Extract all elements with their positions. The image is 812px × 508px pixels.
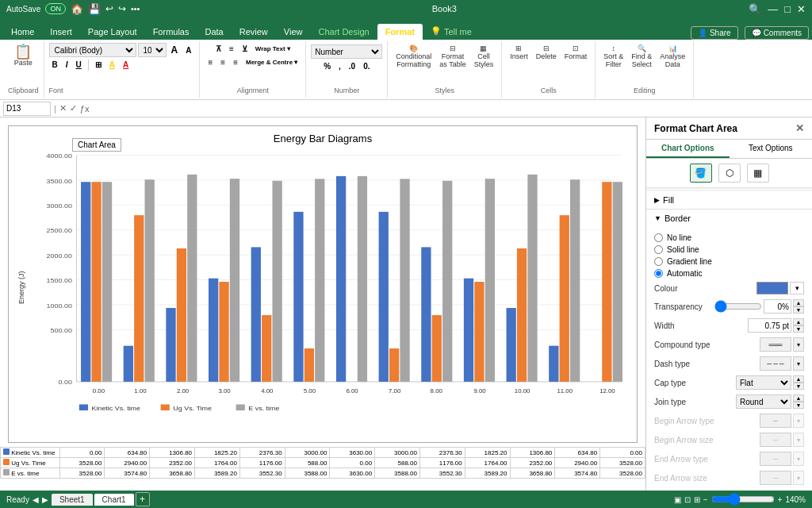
analyse-data-button[interactable]: 📊 AnalyseData: [657, 43, 688, 70]
width-up-button[interactable]: ▲: [793, 318, 804, 325]
cancel-formula-icon[interactable]: ✕: [59, 103, 67, 114]
end-arrow-size-dropdown[interactable]: ▾: [793, 471, 804, 485]
effects-properties-button[interactable]: ⬡: [718, 164, 741, 183]
sort-filter-button[interactable]: ↕ Sort &Filter: [600, 43, 626, 70]
begin-arrow-type-button[interactable]: ─: [760, 414, 791, 428]
font-shrink-button[interactable]: A: [182, 44, 194, 56]
begin-arrow-size-dropdown[interactable]: ▾: [793, 433, 804, 447]
tab-text-options[interactable]: Text Options: [730, 140, 813, 158]
fill-section-header[interactable]: ▶ Fill: [646, 191, 812, 209]
begin-arrow-type-dropdown[interactable]: ▾: [793, 414, 804, 428]
tab-chart-options[interactable]: Chart Options: [646, 140, 730, 158]
wrap-text-button[interactable]: Wrap Text ▾: [252, 44, 293, 54]
align-bottom-button[interactable]: ⊻: [239, 43, 251, 55]
share-button[interactable]: 👤Share: [691, 26, 738, 40]
tab-page-layout[interactable]: Page Layout: [80, 24, 145, 40]
join-down-button[interactable]: ▼: [793, 402, 804, 409]
font-color-button[interactable]: A: [120, 59, 132, 71]
tab-chart-design[interactable]: Chart Design: [310, 24, 377, 40]
italic-button[interactable]: I: [63, 59, 71, 71]
conditional-formatting-button[interactable]: 🎨 ConditionalFormatting: [393, 43, 435, 70]
format-button[interactable]: ⊡ Format: [561, 43, 591, 62]
colour-swatch[interactable]: [756, 282, 788, 294]
width-down-button[interactable]: ▼: [793, 325, 804, 333]
add-sheet-button[interactable]: +: [136, 492, 150, 506]
percent-button[interactable]: %: [320, 60, 334, 72]
tab-review[interactable]: Review: [232, 24, 276, 40]
border-section-header[interactable]: ▼ Border: [646, 210, 812, 227]
align-center-button[interactable]: ≡: [217, 56, 228, 68]
colour-dropdown-button[interactable]: ▾: [790, 282, 804, 294]
underline-button[interactable]: U: [73, 59, 85, 71]
zoom-in-button[interactable]: +: [778, 495, 783, 504]
no-line-radio[interactable]: [654, 233, 663, 242]
decrease-decimal-button[interactable]: 0.: [360, 60, 373, 72]
tab-view[interactable]: View: [276, 24, 311, 40]
nav-next-icon[interactable]: ▶: [42, 495, 48, 504]
join-type-select[interactable]: Round Bevel Miter: [736, 394, 791, 409]
transparency-slider[interactable]: [714, 300, 762, 313]
width-input[interactable]: [748, 318, 791, 333]
insert-function-icon[interactable]: ƒx: [80, 104, 90, 114]
solid-line-radio[interactable]: [654, 245, 663, 254]
sheet-tab-chart1[interactable]: Chart1: [94, 494, 134, 506]
align-middle-button[interactable]: ≡: [226, 43, 237, 55]
nav-prev-icon[interactable]: ◀: [33, 495, 39, 504]
dash-type-button[interactable]: ─ ─ ─: [760, 356, 791, 371]
merge-button[interactable]: Merge & Centre ▾: [243, 57, 301, 67]
home-icon[interactable]: 🏠: [71, 3, 83, 15]
dash-type-dropdown[interactable]: ▾: [793, 356, 804, 371]
font-size-select[interactable]: 10: [138, 43, 167, 57]
tab-format[interactable]: Format: [377, 24, 423, 40]
comments-button[interactable]: 💬Comments: [745, 26, 809, 40]
tab-insert[interactable]: Insert: [42, 24, 80, 40]
align-left-button[interactable]: ≡: [205, 56, 216, 68]
view-pagebreak-icon[interactable]: ⊞: [694, 495, 700, 504]
cap-up-button[interactable]: ▲: [793, 375, 804, 383]
font-family-select[interactable]: Calibri (Body): [49, 43, 136, 57]
align-right-button[interactable]: ≡: [230, 56, 241, 68]
close-icon[interactable]: ✕: [797, 3, 806, 15]
align-top-button[interactable]: ⊼: [213, 43, 224, 55]
delete-button[interactable]: ⊟ Delete: [533, 43, 560, 62]
end-arrow-type-dropdown[interactable]: ▾: [793, 452, 804, 466]
size-properties-button[interactable]: ▦: [747, 164, 769, 183]
autosave-toggle[interactable]: ON: [45, 3, 66, 14]
save-icon[interactable]: 💾: [88, 3, 101, 15]
increase-decimal-button[interactable]: .0: [346, 60, 358, 72]
zoom-slider[interactable]: [711, 493, 775, 506]
join-up-button[interactable]: ▲: [793, 394, 804, 402]
view-normal-icon[interactable]: ▣: [674, 495, 681, 504]
format-as-table-button[interactable]: ⊟ Formatas Table: [436, 43, 469, 70]
paste-button[interactable]: 📋 Paste: [11, 43, 36, 68]
search-icon[interactable]: 🔍: [749, 3, 761, 15]
automatic-radio[interactable]: [654, 269, 663, 278]
tab-home[interactable]: Home: [3, 24, 42, 40]
gradient-line-radio[interactable]: [654, 257, 663, 266]
font-grow-button[interactable]: A: [168, 43, 182, 57]
tab-tell-me[interactable]: 💡 Tell me: [423, 23, 480, 40]
compound-type-dropdown[interactable]: ▾: [793, 337, 804, 352]
redo-icon[interactable]: ↪: [118, 3, 126, 14]
confirm-formula-icon[interactable]: ✓: [70, 103, 77, 114]
compound-type-button[interactable]: ═══: [760, 337, 791, 352]
cap-down-button[interactable]: ▼: [793, 383, 804, 390]
cell-reference-input[interactable]: [3, 102, 51, 116]
transparency-up-button[interactable]: ▲: [793, 299, 804, 306]
border-button[interactable]: ⊞: [92, 59, 105, 71]
panel-close-button[interactable]: ✕: [795, 122, 804, 134]
cell-styles-button[interactable]: ▦ CellStyles: [471, 43, 497, 70]
minimize-icon[interactable]: —: [768, 3, 778, 15]
comma-button[interactable]: ,: [335, 60, 344, 72]
begin-arrow-size-button[interactable]: ─: [760, 433, 791, 447]
zoom-out-button[interactable]: −: [703, 495, 708, 504]
transparency-input[interactable]: [764, 299, 791, 314]
fill-properties-button[interactable]: 🪣: [690, 164, 712, 183]
formula-input[interactable]: [92, 104, 809, 113]
maximize-icon[interactable]: □: [784, 3, 791, 15]
tab-data[interactable]: Data: [197, 24, 231, 40]
more-icon[interactable]: •••: [131, 4, 140, 13]
insert-button[interactable]: ⊞ Insert: [507, 43, 531, 62]
tab-formulas[interactable]: Formulas: [145, 24, 197, 40]
number-format-select[interactable]: Number: [311, 44, 382, 59]
